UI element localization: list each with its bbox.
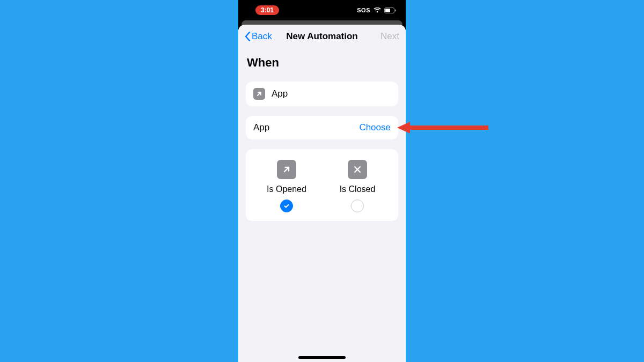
is-opened-option[interactable]: Is Opened	[254, 160, 319, 212]
app-label: App	[253, 122, 359, 133]
is-closed-option[interactable]: Is Closed	[325, 160, 390, 212]
chevron-left-icon	[245, 32, 251, 41]
is-closed-radio[interactable]	[351, 200, 364, 212]
status-indicators: SOS	[357, 7, 396, 13]
modal-sheet: Back New Automation Next When App App Ch…	[238, 25, 406, 362]
choose-button[interactable]: Choose	[359, 122, 391, 133]
state-card: Is Opened Is Closed	[246, 149, 398, 221]
svg-rect-1	[385, 9, 390, 12]
svg-rect-2	[395, 9, 396, 11]
home-indicator[interactable]	[298, 356, 346, 359]
back-label: Back	[252, 31, 272, 42]
phone-frame: 3:01 SOS Back New Automation Next When	[238, 0, 406, 362]
x-close-icon	[348, 160, 367, 179]
app-selection-card: App Choose	[246, 116, 398, 139]
is-opened-label: Is Opened	[267, 184, 306, 194]
is-opened-radio[interactable]	[280, 200, 293, 212]
app-trigger-label: App	[272, 88, 391, 99]
content-area: When App App Choose	[238, 48, 406, 221]
status-bar: 3:01 SOS	[238, 0, 406, 20]
back-button[interactable]: Back	[245, 31, 272, 42]
trigger-card: App	[246, 82, 398, 106]
battery-icon	[384, 8, 396, 13]
status-time: 3:01	[255, 5, 279, 15]
is-closed-label: Is Closed	[340, 184, 376, 194]
sos-indicator: SOS	[357, 7, 370, 13]
wifi-icon	[374, 8, 381, 13]
when-heading: When	[246, 56, 398, 70]
app-choose-row[interactable]: App Choose	[246, 116, 398, 139]
arrow-up-right-icon	[277, 160, 296, 179]
app-open-icon	[253, 88, 265, 100]
page-title: New Automation	[286, 31, 357, 42]
next-button[interactable]: Next	[380, 31, 399, 42]
app-trigger-row[interactable]: App	[246, 82, 398, 106]
state-options: Is Opened Is Closed	[251, 160, 393, 212]
navigation-bar: Back New Automation Next	[238, 25, 406, 48]
sheet-background-peek	[241, 20, 402, 25]
annotation-arrow	[397, 121, 488, 135]
